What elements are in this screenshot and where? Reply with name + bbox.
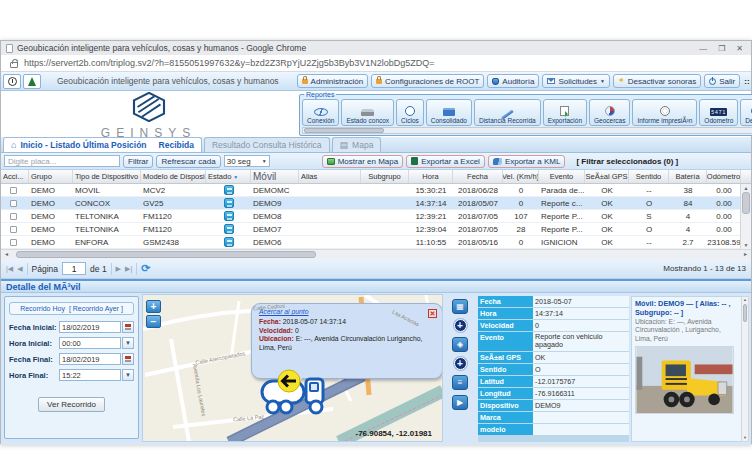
recorrido-input-fecha-inicial[interactable]: 18/02/2019 <box>59 321 121 333</box>
recorrido-ayer-link[interactable]: [ Recorrido Ayer ] <box>69 305 123 312</box>
dropdown-button[interactable]: ▼ <box>122 369 134 381</box>
appbar-button-administraci-n[interactable]: Administración <box>297 74 368 88</box>
address-bar[interactable]: https://servert2b.com/triplog.sv2/?h=815… <box>1 55 751 72</box>
reportes-scrollbar[interactable] <box>302 127 752 134</box>
filtrar-button[interactable]: Filtrar <box>123 155 153 168</box>
refresh-interval-select[interactable]: 30 seg▼ <box>224 155 270 167</box>
recorrido-input-fecha-final[interactable]: 18/02/2019 <box>59 353 121 365</box>
prev-page-button[interactable]: ◀ <box>17 265 22 273</box>
table-row[interactable]: DEMOTELTONIKAFM1120DEMO812:39:212018/07/… <box>1 210 751 223</box>
scroll-up-arrow[interactable]: ▲ <box>742 297 748 303</box>
reporte-button-ciclos[interactable]: Ciclos <box>396 99 424 126</box>
table-row[interactable]: DEMOTELTONIKAFM1120DEMO712:39:042018/07/… <box>1 223 751 236</box>
layers-icon[interactable]: ≡ <box>452 375 468 390</box>
reporte-button-estado-concox[interactable]: Estado concox <box>341 99 394 126</box>
zoom-in-button[interactable]: + <box>454 357 467 370</box>
reporte-button-exportaci-n[interactable]: Exportación <box>543 99 587 126</box>
scroll-left-arrow[interactable]: ◂ <box>1 250 12 259</box>
next-page-button[interactable]: ▶ <box>116 265 121 273</box>
last-page-button[interactable]: ▶| <box>125 265 132 273</box>
zoom-in-button[interactable]: + <box>454 319 467 332</box>
exportar-kml-button[interactable]: Exportar a KML <box>488 155 566 168</box>
reporte-button-detenc[interactable]: Detenc <box>740 99 752 126</box>
vertical-scroll-thumb[interactable] <box>742 192 750 214</box>
reportes-scroll-thumb[interactable] <box>304 128 384 133</box>
page-number-input[interactable] <box>62 262 86 275</box>
vehicle-marker[interactable] <box>259 369 333 417</box>
map-extent-icon[interactable]: ▦ <box>452 299 468 314</box>
minimize-button[interactable]: — <box>699 44 707 53</box>
column-header-fecha[interactable]: Fecha <box>453 170 503 183</box>
placa-search-input[interactable] <box>4 155 120 167</box>
appbar-button-configuraciones-de-root[interactable]: Configuraciones de ROOT <box>371 74 484 88</box>
appbar-button-desactivar-sonoras[interactable]: ✶Desactivar sonoras <box>613 74 701 88</box>
scroll-down-arrow[interactable]: ▼ <box>742 435 748 441</box>
column-header-tipo-de-dispositivo[interactable]: Tipo de Dispositivo <box>73 170 141 183</box>
column-header-grupo[interactable]: Grupo <box>29 170 73 183</box>
close-button[interactable]: ✕ <box>736 44 743 53</box>
appbar-button-auditor-a[interactable]: Auditoría <box>487 74 539 88</box>
refresh-icon[interactable]: ⟳ <box>141 262 150 275</box>
ver-recorrido-button[interactable]: Ver Recorrido <box>38 397 105 412</box>
column-header-modelo-de-disposi[interactable]: Modelo de Disposi... <box>141 170 206 183</box>
reporte-button-odometro[interactable]: 5471Odometro <box>699 99 738 126</box>
horizontal-scroll-thumb[interactable] <box>16 251 316 258</box>
checkbox[interactable] <box>10 226 17 233</box>
right-scroll-thumb[interactable] <box>743 304 747 322</box>
reporte-button-consolidado[interactable]: Consolidado <box>426 99 472 126</box>
checkbox[interactable] <box>10 187 17 194</box>
appbar-button-salir[interactable]: Salir <box>704 74 740 88</box>
marker-icon[interactable]: ◈ <box>452 337 468 352</box>
tab-mapa[interactable]: ▤ Mapa <box>332 137 382 152</box>
column-header-se-al-gps[interactable]: SeÃ±al GPS <box>585 170 629 183</box>
scroll-right-arrow[interactable]: ▸ <box>740 250 751 259</box>
right-panel-scrollbar[interactable]: ▲ ▼ <box>741 296 749 442</box>
column-header-vel-km-h[interactable]: Vel. (Km/h) <box>503 170 539 183</box>
column-header-od-metro[interactable]: Odómetro <box>707 170 741 183</box>
reporte-button-conexi-n[interactable]: Conexión <box>302 99 339 126</box>
map[interactable]: + − ✕ Acercar al punto Fecha: 2018-05-07… <box>142 294 443 442</box>
table-row[interactable]: DEMOENFORAGSM2438DEMO611:10:552018/05/16… <box>1 236 751 249</box>
checkbox[interactable] <box>10 200 17 207</box>
column-header-sentido[interactable]: Sentido <box>629 170 669 183</box>
column-header-acci[interactable]: Acci... <box>1 170 29 183</box>
calendar-icon[interactable] <box>122 353 134 365</box>
dropdown-button[interactable]: ▼ <box>122 337 134 349</box>
row-checkbox-cell <box>1 210 29 222</box>
column-header-hora[interactable]: Hora <box>409 170 453 183</box>
calendar-icon[interactable] <box>122 321 134 333</box>
tree-icon[interactable] <box>23 74 41 89</box>
checkbox[interactable] <box>10 213 17 220</box>
refrescar-button[interactable]: Refrescar cada <box>156 155 220 168</box>
table-vertical-scrollbar[interactable]: ▲ ▼ <box>740 184 751 249</box>
zoom-out-button[interactable]: − <box>146 315 161 328</box>
scroll-down-arrow[interactable]: ▼ <box>741 241 751 249</box>
recorrido-input-hora-inicial[interactable]: 00:00 <box>59 337 121 349</box>
column-header-bater-a[interactable]: Batería <box>669 170 707 183</box>
exportar-excel-button[interactable]: Exportar a Excel <box>406 155 485 168</box>
table-row[interactable]: DEMOCONCOXGV25DEMO914:37:142018/05/070Re… <box>1 197 751 210</box>
filtrar-seleccionados-label[interactable]: [ Filtrar seleccionados (0) ] <box>576 157 678 166</box>
zoom-in-button[interactable]: + <box>146 300 161 313</box>
table-row[interactable]: DEMOMOVILMCV2DEMOMC15:30:212018/06/280Pa… <box>1 184 751 197</box>
column-header-m-vil[interactable]: Móvil <box>251 170 299 183</box>
first-page-button[interactable]: |◀ <box>6 265 13 273</box>
popup-close-icon[interactable]: ✕ <box>428 309 437 318</box>
recorrido-hoy-link[interactable]: Recorrido Hoy <box>20 305 65 312</box>
recorrido-input-hora-final[interactable]: 15:22 <box>59 369 121 381</box>
reporte-button-geocercas[interactable]: Geocercas <box>589 99 630 126</box>
column-header-estado[interactable]: Estado▼ <box>206 170 251 183</box>
clock-icon[interactable] <box>3 74 21 89</box>
checkbox[interactable] <box>10 239 17 246</box>
appbar-button-solicitudes[interactable]: Solicitudes▼ <box>542 74 610 88</box>
mostrar-en-mapa-button[interactable]: Mostrar en Mapa <box>322 155 403 168</box>
table-horizontal-scrollbar[interactable]: ◂ ▸ <box>1 249 751 259</box>
play-icon[interactable]: ▶ <box>452 395 468 410</box>
reporte-button-distancia-recorrida[interactable]: Distancia Recorrida <box>474 99 541 126</box>
column-header-subgrupo[interactable]: Subgrupo <box>361 170 409 183</box>
restore-button[interactable]: ❒ <box>718 44 725 53</box>
scroll-up-arrow[interactable]: ▲ <box>741 184 751 192</box>
column-header-alias[interactable]: Alias <box>299 170 361 183</box>
reporte-button-informe-impresi-n[interactable]: Informe impresiÃ³n <box>632 99 697 126</box>
column-header-evento[interactable]: Evento <box>539 170 585 183</box>
